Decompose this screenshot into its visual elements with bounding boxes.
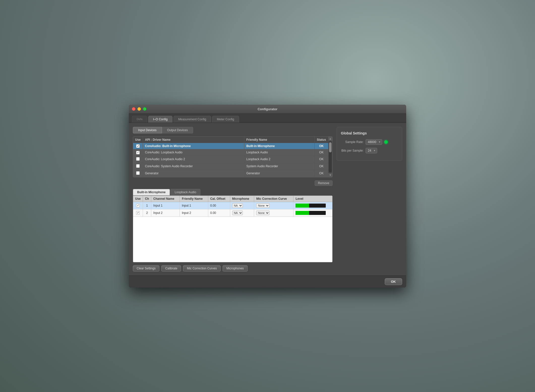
device-api-0: CoreAudio: Built-in Microphone [143, 143, 244, 149]
checkbox-4[interactable] [136, 171, 140, 175]
configurator-window: Configurator Defa I–O Config Measurement… [129, 105, 406, 288]
ok-button-row: OK [129, 275, 406, 288]
calibrate-button[interactable]: Calibrate [161, 265, 181, 271]
window-title: Configurator [258, 107, 278, 111]
tab-output-devices[interactable]: Output Devices [162, 127, 193, 133]
col-header-friendly: Friendly Name [244, 137, 314, 143]
ch-use-0[interactable]: ✓ [133, 202, 143, 209]
ch-use-1[interactable]: ✓ [133, 209, 143, 216]
scroll-up-arrow[interactable]: ▲ [328, 137, 332, 141]
tab-input-devices[interactable]: Input Devices [133, 127, 162, 133]
checkbox-0[interactable]: ✓ [136, 144, 140, 148]
channel-row-0[interactable]: ✓ 1 Input 1 Input 1 0.00 NA [133, 202, 332, 209]
mic-correction-curve-select-1[interactable]: None [256, 211, 270, 215]
channels-table: Use Ch Channel Name Friendly Name Cal. O… [133, 196, 332, 217]
tab-io-config[interactable]: I–O Config [148, 116, 172, 123]
sample-rate-select-wrapper: 48000 44100 88200 96000 [366, 139, 382, 145]
ch-name-1: Input 2 [151, 209, 180, 216]
device-use-0[interactable]: ✓ [133, 143, 143, 149]
ch-friendly-1: Input 2 [180, 209, 208, 216]
ch-col-use: Use [133, 196, 143, 202]
device-use-4[interactable] [133, 170, 143, 177]
device-row-2[interactable]: CoreAudio: Loopback Audio 2 Loopback Aud… [133, 156, 328, 163]
remove-button-row: Remove [133, 180, 333, 186]
maximize-button[interactable] [143, 107, 146, 111]
scrollbar-thumb[interactable] [329, 142, 332, 152]
channel-row-1[interactable]: ✓ 2 Input 2 Input 2 0.00 NA [133, 209, 332, 216]
device-use-1[interactable]: ✓ [133, 149, 143, 156]
checkbox-3[interactable] [136, 164, 140, 168]
level-bar-dark-1 [309, 211, 326, 215]
title-bar: Configurator [129, 105, 406, 114]
scrollbar-track [329, 141, 332, 173]
tab-meter-config[interactable]: Meter Config [212, 116, 239, 123]
col-header-use: Use [133, 137, 143, 143]
microphones-button[interactable]: Microphones [223, 265, 248, 271]
ch-num-0: 1 [143, 202, 151, 209]
level-bar-0 [295, 204, 326, 208]
bits-per-sample-row: Bits per Sample: 24 16 32 [341, 148, 398, 153]
checkbox-1[interactable]: ✓ [136, 151, 140, 154]
microphone-select-1[interactable]: NA [232, 211, 243, 215]
device-row-4[interactable]: Generator Generator OK [133, 170, 328, 177]
global-settings-box: Global Settings Sample Rate: 48000 44100… [337, 127, 402, 161]
device-use-2[interactable] [133, 156, 143, 163]
tab-loopback-audio[interactable]: Loopback Audio [170, 189, 200, 195]
remove-button[interactable]: Remove [315, 180, 333, 186]
device-row-1[interactable]: ✓ CoreAudio: Loopback Audio Loopback Aud… [133, 149, 328, 156]
tab-builtin-microphone[interactable]: Built-in Microphone [133, 189, 170, 195]
checkbox-2[interactable] [136, 157, 140, 161]
device-row-3[interactable]: CoreAudio: System Audio Recorder System … [133, 163, 328, 170]
col-header-api: API : Driver Name [143, 137, 244, 143]
device-row-0[interactable]: ✓ CoreAudio: Built-in Microphone Built-i… [133, 143, 328, 149]
scroll-down-arrow[interactable]: ▼ [328, 173, 332, 177]
tab-measurement-config[interactable]: Measurement Config [173, 116, 211, 123]
microphone-select-0[interactable]: NA [232, 203, 243, 208]
ch-checkbox-0[interactable]: ✓ [136, 204, 140, 207]
channel-tab-bar: Built-in Microphone Loopback Audio [133, 189, 333, 195]
ch-checkbox-1[interactable]: ✓ [136, 211, 140, 215]
level-bar-green-1 [295, 211, 309, 215]
ch-microphone-1[interactable]: NA [230, 209, 254, 216]
device-friendly-4: Generator [244, 170, 314, 177]
bits-per-sample-select-wrapper: 24 16 32 [366, 148, 377, 153]
ch-col-ch: Ch [143, 196, 151, 202]
ch-num-1: 2 [143, 209, 151, 216]
ch-level-1 [293, 209, 332, 216]
device-api-4: Generator [143, 170, 244, 177]
device-friendly-1: Loopback Audio [244, 149, 314, 156]
sample-rate-select[interactable]: 48000 44100 88200 96000 [366, 139, 382, 145]
bits-per-sample-select[interactable]: 24 16 32 [366, 148, 377, 153]
device-use-3[interactable] [133, 163, 143, 170]
window-controls [132, 107, 146, 111]
ch-microphone-0[interactable]: NA [230, 202, 254, 209]
ok-button[interactable]: OK [385, 278, 402, 285]
device-friendly-3: System Audio Recorder [244, 163, 314, 170]
level-bar-green-0 [295, 204, 309, 208]
device-status-2: OK [314, 156, 328, 163]
bits-per-sample-label: Bits per Sample: [341, 149, 364, 152]
ch-caloffset-0: 0.00 [208, 202, 230, 209]
devices-scrollbar[interactable]: ▲ ▼ [328, 137, 332, 177]
clear-settings-button[interactable]: Clear Settings [133, 265, 159, 271]
ch-col-friendly-name: Friendly Name [180, 196, 208, 202]
mic-correction-curves-button[interactable]: Mic Correction Curves [183, 265, 221, 271]
mic-correction-curve-select-0[interactable]: None [256, 203, 270, 208]
ch-mcc-0[interactable]: None [254, 202, 293, 209]
close-button[interactable] [132, 107, 135, 111]
ch-mcc-1[interactable]: None [254, 209, 293, 216]
channels-table-container: Use Ch Channel Name Friendly Name Cal. O… [133, 195, 333, 262]
device-friendly-2: Loopback Audio 2 [244, 156, 314, 163]
content-area: Input Devices Output Devices Use API : D… [129, 123, 406, 275]
level-bar-dark-0 [309, 204, 326, 208]
ch-col-level: Level [293, 196, 332, 202]
sample-rate-label: Sample Rate: [341, 140, 364, 144]
minimize-button[interactable] [137, 107, 141, 111]
tab-default[interactable]: Defa [132, 116, 147, 123]
main-tab-bar: Defa I–O Config Measurement Config Meter… [129, 114, 406, 123]
ch-name-0: Input 1 [151, 202, 180, 209]
channels-empty-area [133, 217, 332, 262]
status-indicator [384, 140, 388, 144]
device-status-3: OK [314, 163, 328, 170]
device-api-1: CoreAudio: Loopback Audio [143, 149, 244, 156]
